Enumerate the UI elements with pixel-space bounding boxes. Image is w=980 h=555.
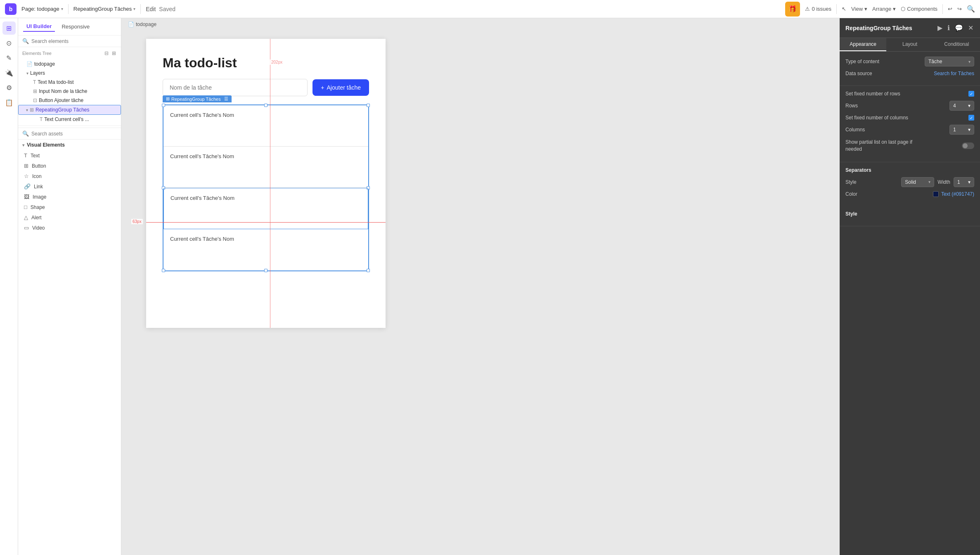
- button-icon: ⊡: [33, 97, 37, 103]
- rg-label: RepeatingGroup Tâches: [36, 107, 90, 113]
- tab-appearance[interactable]: Appearance: [840, 38, 886, 51]
- fixed-rows-checkbox[interactable]: ✓: [968, 91, 974, 97]
- left-panel-tabs: UI Builder Responsive: [18, 18, 121, 36]
- tree-item-button-ajouter[interactable]: ⊡ Button Ajouter tâche: [18, 96, 121, 105]
- handle-tr[interactable]: [367, 104, 370, 107]
- shape-asset-icon: □: [24, 204, 27, 210]
- rows-input[interactable]: 4 ▾: [949, 101, 974, 111]
- rp-info-icon[interactable]: ℹ: [947, 23, 951, 33]
- tree-item-text-todo[interactable]: T Text Ma todo-list: [18, 78, 121, 87]
- text-asset-label: Text: [31, 153, 40, 159]
- partial-list-toggle[interactable]: [962, 142, 974, 149]
- issues-display[interactable]: ⚠ 0 issues: [805, 6, 831, 12]
- tab-conditional[interactable]: Conditional: [933, 38, 980, 51]
- repeating-group-wrapper[interactable]: ⊞ RepeatingGroup Tâches ☰: [163, 104, 369, 271]
- element-name-display: RepeatingGroup Tâches ▾: [73, 6, 135, 12]
- color-value-group[interactable]: Text (#091747): [933, 191, 974, 197]
- tab-ui-builder[interactable]: UI Builder: [23, 21, 55, 32]
- ui-builder-icon-btn[interactable]: ⊞: [2, 21, 16, 35]
- expand-all-btn[interactable]: ⊞: [111, 50, 117, 57]
- design-icon-btn[interactable]: ✎: [2, 51, 16, 64]
- tree-item-repeating-group[interactable]: ▾ ⊞ RepeatingGroup Tâches: [18, 105, 121, 115]
- plugins-icon-btn[interactable]: 🔌: [2, 66, 16, 79]
- columns-value: 1: [953, 127, 956, 133]
- elements-tree-actions: ⊟ ⊞: [104, 50, 117, 57]
- asset-link[interactable]: 🔗 Link: [18, 181, 121, 192]
- handle-br[interactable]: [367, 269, 370, 272]
- asset-shape[interactable]: □ Shape: [18, 202, 121, 212]
- tree-item-text-cell[interactable]: T Text Current cell's ...: [18, 115, 121, 124]
- search-elements-icon: 🔍: [22, 38, 29, 44]
- text-asset-icon: T: [24, 152, 27, 159]
- redo-button[interactable]: ↪: [957, 6, 962, 12]
- rg-cell-3[interactable]: Current cell's Tâche's Nom: [163, 188, 368, 229]
- components-button[interactable]: ⬡ Components: [901, 6, 937, 12]
- data-source-link[interactable]: Search for Tâches: [934, 71, 974, 76]
- collapse-all-btn[interactable]: ⊟: [104, 50, 109, 57]
- tree-item-input-nom[interactable]: ⊞ Input Nom de la tâche: [18, 87, 121, 96]
- asset-image[interactable]: 🖼 Image: [18, 192, 121, 202]
- rp-close-icon[interactable]: ✕: [967, 23, 974, 33]
- rows-row: Rows 4 ▾: [845, 101, 974, 111]
- asset-button[interactable]: ⊞ Button: [18, 161, 121, 171]
- canvas-breadcrumb: 📄 todopage: [121, 18, 840, 31]
- search-assets-input[interactable]: [31, 131, 117, 137]
- color-value[interactable]: Text (#091747): [941, 191, 974, 197]
- search-icon[interactable]: 🔍: [967, 5, 975, 13]
- ajouter-tache-button[interactable]: + Ajouter tâche: [312, 79, 369, 96]
- layers-caret-icon: ▾: [26, 71, 28, 76]
- style-value: Solid: [905, 179, 916, 185]
- handle-bm[interactable]: [264, 269, 267, 272]
- text-icon-2: T: [40, 116, 43, 122]
- width-input[interactable]: 1 ▾: [954, 177, 974, 187]
- page-label: Page: todopage: [21, 6, 59, 12]
- tab-layout[interactable]: Layout: [886, 38, 933, 51]
- asset-icon[interactable]: ☆ Icon: [18, 171, 121, 181]
- cell-3-text: Current cell's Tâche's Nom: [170, 195, 234, 201]
- logs-icon-btn[interactable]: 📋: [2, 96, 16, 109]
- edit-label[interactable]: Edit: [146, 6, 156, 12]
- canvas-area[interactable]: 📄 todopage 202px 63px Ma todo-list +: [121, 18, 840, 555]
- link-asset-label: Link: [34, 184, 43, 190]
- search-elements-input[interactable]: [31, 38, 117, 44]
- tree-item-todopage[interactable]: 📄 todopage: [18, 59, 121, 69]
- rg-cell-4[interactable]: Current cell's Tâche's Nom: [163, 229, 368, 270]
- handle-tl[interactable]: [162, 104, 165, 107]
- data-icon-btn[interactable]: ⊙: [2, 36, 16, 50]
- input-nom-label: Input Nom de la tâche: [39, 88, 87, 94]
- arrange-button[interactable]: Arrange▾: [872, 6, 896, 12]
- page-selector[interactable]: Page: todopage ▾: [21, 6, 63, 12]
- rp-comment-icon[interactable]: 💬: [954, 23, 964, 33]
- rp-play-icon[interactable]: ▶: [937, 23, 943, 33]
- handle-tm[interactable]: [264, 104, 267, 107]
- rg-tag: ⊞ RepeatingGroup Tâches ☰: [163, 95, 232, 102]
- fixed-rows-row: Set fixed number of rows ✓: [845, 91, 974, 97]
- panel-divider: [18, 126, 121, 126]
- asset-video[interactable]: ▭ Video: [18, 223, 121, 233]
- visual-elements-header[interactable]: ▾ Visual Elements: [18, 140, 121, 150]
- color-swatch[interactable]: [933, 191, 939, 197]
- fixed-cols-checkbox[interactable]: ✓: [968, 115, 974, 121]
- gift-button[interactable]: 🎁: [785, 2, 800, 17]
- type-of-content-select[interactable]: Tâche ▾: [925, 57, 974, 66]
- undo-button[interactable]: ↩: [948, 6, 952, 12]
- asset-text[interactable]: T Text: [18, 150, 121, 161]
- repeating-group[interactable]: Current cell's Tâche's Nom Current cell'…: [163, 104, 369, 271]
- tab-responsive[interactable]: Responsive: [58, 21, 93, 32]
- text-todo-label: Text Ma todo-list: [38, 79, 73, 85]
- view-button[interactable]: View▾: [851, 6, 867, 12]
- link-asset-icon: 🔗: [24, 183, 31, 190]
- tree-layers-header[interactable]: ▾ Layers: [18, 69, 121, 78]
- settings-icon-btn[interactable]: ⚙: [2, 81, 16, 94]
- rg-cell-2[interactable]: Current cell's Tâche's Nom: [163, 147, 368, 188]
- columns-input[interactable]: 1 ▾: [949, 125, 974, 135]
- image-asset-label: Image: [33, 194, 46, 200]
- asset-alert[interactable]: △ Alert: [18, 212, 121, 223]
- handle-bl[interactable]: [162, 269, 165, 272]
- nom-tache-input[interactable]: [163, 79, 308, 96]
- cursor-tool-button[interactable]: ↖: [842, 6, 846, 12]
- type-select-caret-icon: ▾: [968, 59, 971, 64]
- style-select[interactable]: Solid ▾: [901, 177, 934, 187]
- logo[interactable]: b: [5, 3, 17, 15]
- rg-cell-1[interactable]: Current cell's Tâche's Nom: [163, 105, 368, 147]
